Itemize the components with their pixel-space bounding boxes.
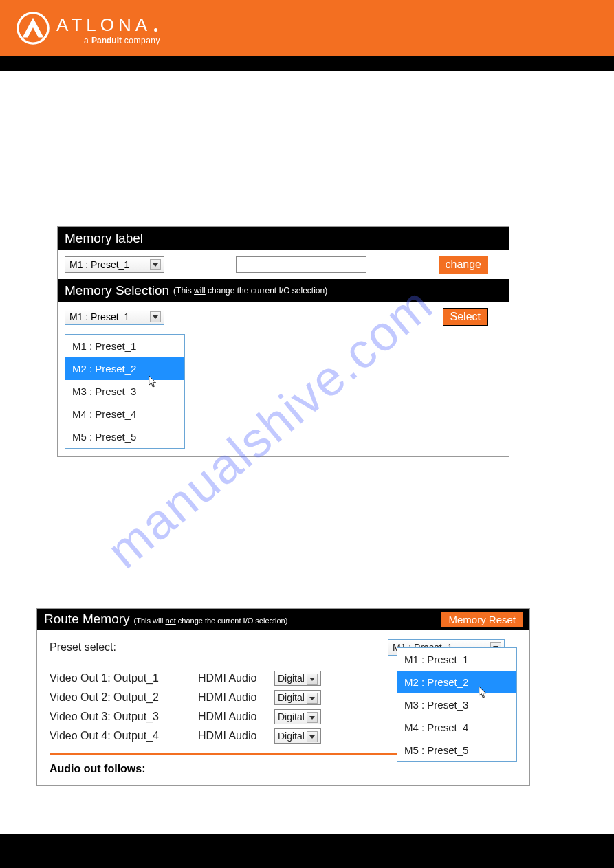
tagline-suffix: company — [122, 36, 160, 45]
option[interactable]: M2 : Preset_2 — [65, 357, 184, 380]
brand-tagline: a Panduit company — [84, 36, 160, 45]
hdmi-audio-label: HDMI Audio — [198, 691, 263, 704]
memory-label-title: Memory label — [65, 231, 143, 246]
chevron-down-icon — [307, 693, 318, 704]
option[interactable]: M3 : Preset_3 — [65, 380, 184, 403]
logo: ATLONA a Panduit company — [17, 12, 160, 45]
brand-banner: ATLONA a Panduit company — [0, 0, 614, 56]
page-content: manualshive.com Memory label M1 : Preset… — [0, 71, 614, 786]
route-memory-body: Preset select: M1 : Preset_1 Video Out 1… — [37, 630, 529, 785]
rm-note-underline: not — [165, 616, 175, 625]
option[interactable]: M3 : Preset_3 — [397, 693, 516, 716]
route-memory-note: (This will not change the current I/O se… — [134, 616, 288, 625]
chevron-down-icon — [150, 259, 161, 270]
route-memory-header: Route Memory (This will not change the c… — [37, 609, 529, 630]
memory-selection-note: (This will change the current I/O select… — [173, 286, 327, 296]
route-memory-title: Route Memory — [44, 612, 130, 627]
route-memory-panel: Route Memory (This will not change the c… — [36, 608, 530, 786]
orange-divider — [50, 753, 455, 755]
memory-selection-header: Memory Selection (This will change the c… — [58, 279, 509, 302]
option[interactable]: M5 : Preset_5 — [65, 425, 184, 448]
brand-mark-icon — [17, 12, 50, 45]
memory-selection-select[interactable]: M1 : Preset_1 — [65, 309, 164, 325]
video-out-label: Video Out 4: Output_4 — [50, 730, 187, 742]
chevron-down-icon — [307, 731, 318, 742]
chevron-down-icon — [307, 674, 318, 685]
memory-selection-title: Memory Selection — [65, 283, 169, 298]
preset-select-label: Preset select: — [50, 641, 116, 654]
chevron-down-icon — [307, 712, 318, 723]
option[interactable]: M2 : Preset_2 — [397, 671, 516, 693]
tagline-bold: Panduit — [91, 36, 122, 45]
ms-note-before: (This — [173, 286, 194, 296]
route-memory-title-wrap: Route Memory (This will not change the c… — [44, 612, 287, 627]
option[interactable]: M1 : Preset_1 — [65, 335, 184, 357]
hdmi-audio-select[interactable]: Digital — [274, 728, 321, 744]
preset-select-options[interactable]: M1 : Preset_1M2 : Preset_2M3 : Preset_3M… — [397, 647, 517, 762]
video-out-label: Video Out 2: Output_2 — [50, 691, 187, 704]
ms-note-underline: will — [194, 286, 206, 296]
hdmi-audio-select[interactable]: Digital — [274, 671, 321, 686]
memory-label-selected: M1 : Preset_1 — [69, 257, 129, 272]
option[interactable]: M5 : Preset_5 — [397, 739, 516, 761]
rm-note-before: (This will — [134, 616, 166, 625]
brand-name: ATLONA — [56, 14, 160, 36]
hdmi-audio-label: HDMI Audio — [198, 672, 263, 685]
option[interactable]: M1 : Preset_1 — [397, 648, 516, 671]
header-divider — [0, 56, 614, 71]
hdmi-audio-select[interactable]: Digital — [274, 690, 321, 705]
memory-selection-options[interactable]: M1 : Preset_1M2 : Preset_2M3 : Preset_3M… — [65, 334, 185, 449]
memory-panel: Memory label M1 : Preset_1 change Memory… — [57, 226, 509, 457]
video-out-label: Video Out 1: Output_1 — [50, 672, 187, 685]
select-button[interactable]: Select — [443, 308, 488, 326]
hdmi-audio-label: HDMI Audio — [198, 711, 263, 723]
rm-note-after: change the current I/O selection) — [176, 616, 288, 625]
audio-out-follows-label: Audio out follows: — [50, 763, 517, 775]
memory-label-input[interactable] — [236, 256, 366, 273]
hdmi-audio-select[interactable]: Digital — [274, 709, 321, 724]
video-out-label: Video Out 3: Output_3 — [50, 711, 187, 723]
top-rule — [38, 102, 576, 102]
change-button[interactable]: change — [439, 256, 489, 274]
tagline-prefix: a — [84, 36, 91, 45]
brand-dot-icon — [154, 28, 157, 32]
svg-point-0 — [18, 12, 48, 43]
hdmi-audio-label: HDMI Audio — [198, 730, 263, 742]
memory-reset-button[interactable]: Memory Reset — [441, 612, 523, 627]
chevron-down-icon — [150, 311, 161, 322]
memory-label-select[interactable]: M1 : Preset_1 — [65, 256, 164, 273]
ms-note-after: change the current I/O selection) — [206, 286, 327, 296]
memory-label-header: Memory label — [58, 227, 509, 250]
brand-name-text: ATLONA — [56, 14, 151, 36]
option[interactable]: M4 : Preset_4 — [397, 716, 516, 739]
footer-bar — [0, 834, 614, 868]
memory-label-row: M1 : Preset_1 change — [58, 250, 509, 279]
option[interactable]: M4 : Preset_4 — [65, 403, 184, 425]
memory-selection-selected: M1 : Preset_1 — [69, 309, 129, 324]
